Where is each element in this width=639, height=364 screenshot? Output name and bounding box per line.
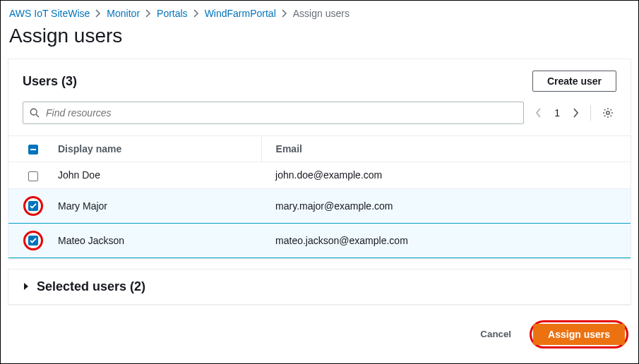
annotation-highlight: Assign users	[530, 320, 628, 348]
gear-icon	[602, 107, 614, 119]
row-name: Mary Major	[44, 188, 261, 223]
breadcrumb-link-sitewise[interactable]: AWS IoT SiteWise	[9, 8, 90, 19]
chevron-right-icon	[193, 9, 199, 18]
row-email: mateo.jackson@example.com	[261, 223, 631, 257]
breadcrumb-link-windfarm[interactable]: WindFarmPortal	[205, 8, 276, 19]
toolbar-divider	[590, 105, 591, 121]
footer-actions: Cancel Assign users	[1, 315, 638, 357]
svg-line-1	[36, 114, 39, 117]
assign-users-button[interactable]: Assign users	[533, 324, 625, 345]
pager: 1	[532, 105, 582, 121]
row-checkbox[interactable]	[28, 236, 38, 245]
row-checkbox[interactable]	[28, 201, 38, 211]
page-title: Assign users	[1, 23, 638, 59]
pager-page-number: 1	[550, 107, 564, 119]
annotation-highlight	[23, 231, 43, 250]
svg-point-0	[30, 109, 37, 115]
breadcrumb-link-monitor[interactable]: Monitor	[107, 8, 140, 19]
settings-button[interactable]	[599, 104, 616, 121]
row-email: mary.major@example.com	[261, 188, 631, 223]
chevron-right-icon	[145, 9, 151, 18]
selected-users-title: Selected users (2)	[37, 279, 145, 294]
cancel-button[interactable]: Cancel	[469, 324, 522, 344]
breadcrumb-current: Assign users	[293, 8, 350, 19]
row-name: Mateo Jackson	[44, 223, 261, 257]
table-row[interactable]: John Doe john.doe@example.com	[8, 162, 631, 188]
chevron-right-icon	[95, 9, 101, 18]
select-all-checkbox[interactable]	[28, 145, 38, 154]
column-header-email[interactable]: Email	[261, 136, 631, 162]
select-all-header	[8, 136, 44, 162]
row-name: John Doe	[44, 162, 261, 188]
svg-point-2	[607, 111, 609, 114]
column-header-name[interactable]: Display name	[44, 136, 261, 162]
row-email: john.doe@example.com	[261, 162, 631, 188]
chevron-right-icon	[282, 9, 287, 18]
pager-next-button[interactable]	[570, 105, 582, 121]
users-table: Display name Email John Doe john.doe@exa…	[8, 135, 631, 258]
chevron-right-icon	[573, 108, 579, 118]
selected-users-toggle[interactable]: Selected users (2)	[8, 269, 631, 304]
users-panel-title: Users (3)	[23, 74, 77, 89]
breadcrumb: AWS IoT SiteWise Monitor Portals WindFar…	[1, 1, 638, 23]
annotation-highlight	[23, 196, 43, 216]
selected-users-panel: Selected users (2)	[8, 269, 631, 305]
table-row[interactable]: Mary Major mary.major@example.com	[8, 188, 631, 223]
row-checkbox[interactable]	[28, 171, 38, 181]
search-icon	[30, 108, 40, 118]
search-input[interactable]	[23, 102, 524, 124]
table-row[interactable]: Mateo Jackson mateo.jackson@example.com	[8, 223, 631, 257]
chevron-left-icon	[535, 108, 542, 118]
caret-right-icon	[23, 282, 30, 291]
pager-prev-button[interactable]	[532, 105, 544, 121]
create-user-button[interactable]: Create user	[532, 71, 616, 92]
users-panel: Users (3) Create user 1 Dis	[8, 59, 631, 259]
breadcrumb-link-portals[interactable]: Portals	[157, 8, 188, 19]
